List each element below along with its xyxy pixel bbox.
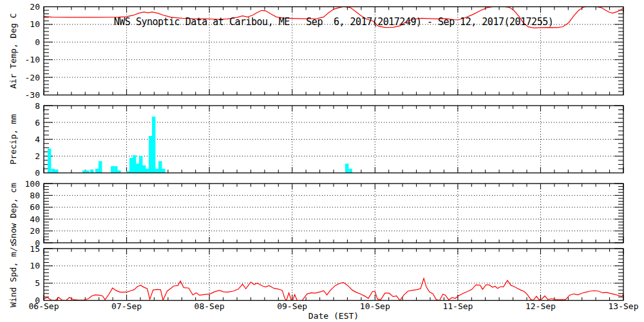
precip-bar [52, 169, 55, 173]
y-tick-label: 6 [35, 118, 40, 128]
precip-bar [129, 158, 133, 173]
precip-bar [146, 169, 149, 173]
y-tick-label: 20 [30, 226, 40, 236]
precip-bar [99, 161, 102, 173]
precip-bar [149, 136, 152, 173]
x-tick-label: 09-Sep [277, 301, 307, 311]
y-tick-label: 60 [30, 202, 40, 212]
precip-bar [345, 164, 348, 173]
y-tick-label: 15 [30, 244, 40, 254]
x-tick-label: 12-Sep [526, 301, 556, 311]
panel-wind-speed: 051015Wind Spd, m/s [8, 242, 623, 307]
chart-canvas: -30-20-1001020Air Temp, Deg C02468Precip… [0, 0, 644, 322]
x-tick-label: 07-Sep [111, 301, 142, 311]
y-tick-label: 40 [30, 214, 40, 224]
x-tick-label: 08-Sep [194, 301, 225, 311]
precip-bar [139, 156, 142, 173]
y-tick-label: 100 [25, 179, 40, 189]
precip-bar [111, 166, 114, 173]
air-temp-axis-label: Air Temp, Deg C [8, 13, 18, 88]
precip-bar [162, 169, 165, 173]
precip-bar [136, 164, 139, 173]
x-axis-title: Date (EST) [44, 311, 623, 321]
precip-bar [133, 155, 136, 173]
precip-bar [95, 169, 99, 173]
wind-speed-line [44, 278, 623, 300]
y-tick-label: 20 [30, 2, 40, 12]
panel-snow-depth: 020406080100Snow Dep, cm [8, 179, 623, 248]
y-tick-label: -10 [25, 55, 40, 64]
y-tick-label: 4 [35, 135, 40, 144]
precip-bar [55, 169, 58, 173]
y-tick-label: 8 [35, 101, 40, 111]
panel-precip: 02468Precip, mm [8, 101, 623, 178]
precip-bar [142, 166, 146, 173]
y-tick-label: 10 [30, 261, 40, 270]
y-tick-label: 2 [35, 151, 40, 161]
y-tick-label: -30 [25, 90, 40, 100]
precip-bar [158, 161, 162, 173]
weather-synoptic-chart: -30-20-1001020Air Temp, Deg C02468Precip… [0, 0, 644, 322]
y-tick-label: 10 [30, 19, 40, 29]
panel-frame [44, 184, 623, 243]
x-tick-label: 10-Sep [360, 301, 390, 311]
precip-bar [90, 169, 93, 173]
x-tick-label: 11-Sep [442, 301, 473, 311]
y-tick-label: -20 [25, 73, 40, 82]
snow-depth-axis-label: Snow Dep, cm [8, 183, 18, 243]
precip-bar [348, 169, 352, 173]
x-tick-label: 06-Sep [29, 301, 59, 311]
x-tick-label: 13-Sep [609, 301, 639, 311]
y-tick-label: 0 [35, 168, 40, 178]
precip-axis-label: Precip, mm [8, 114, 18, 164]
precip-bar [48, 149, 51, 173]
precip-bar [152, 117, 155, 173]
precip-bar [155, 169, 158, 173]
wind-speed-axis-label: Wind Spd, m/s [8, 242, 18, 307]
y-tick-label: 80 [30, 191, 40, 200]
precip-bar [114, 166, 117, 173]
chart-title: NWS Synoptic Data at Caribou, ME Sep 6, … [44, 16, 623, 28]
y-tick-label: 5 [35, 278, 40, 288]
panel-frame [44, 249, 623, 301]
y-tick-label: 0 [35, 37, 40, 47]
